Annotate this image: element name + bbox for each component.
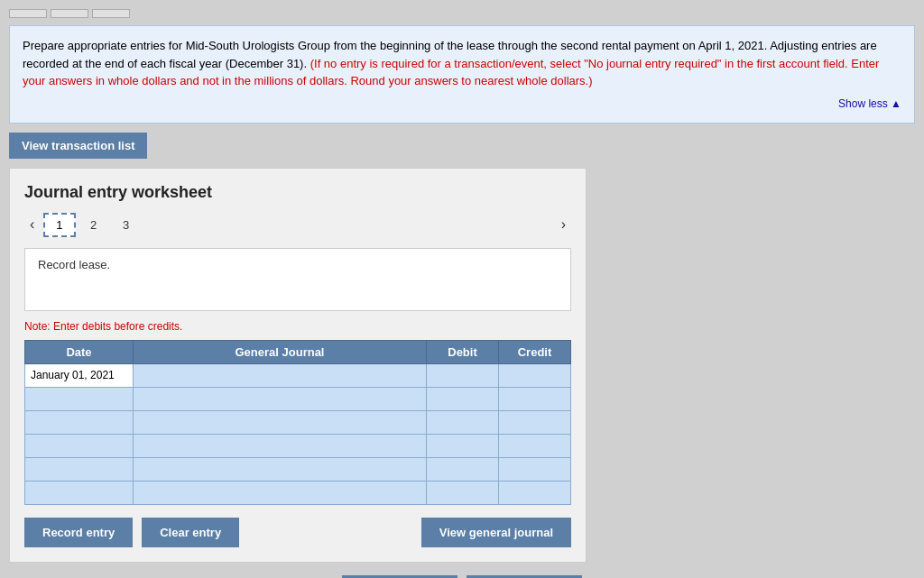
table-row [25, 457, 571, 481]
note-label: Note: Enter debits before credits. [24, 320, 571, 333]
input-credit-5[interactable] [499, 482, 570, 504]
tabs-navigation: ‹ 1 2 3 › [24, 213, 571, 237]
table-row [25, 410, 571, 434]
input-journal-0[interactable] [134, 364, 426, 387]
cell-debit-1 [427, 387, 499, 410]
cell-credit-5 [499, 481, 571, 504]
tab-2[interactable]: 2 [79, 215, 108, 235]
input-debit-2[interactable] [427, 411, 498, 434]
cell-date-3 [25, 434, 134, 457]
view-transaction-button[interactable]: View transaction list [9, 133, 147, 159]
input-debit-5[interactable] [427, 482, 498, 504]
top-tab-1[interactable] [9, 9, 47, 18]
input-date-5[interactable] [25, 482, 133, 504]
cell-date-2 [25, 410, 134, 434]
record-note-text: Record lease. [38, 258, 110, 271]
cell-credit-4 [499, 457, 571, 481]
instructions-box: Prepare appropriate entries for Mid-Sout… [9, 25, 915, 124]
cell-debit-4 [427, 457, 499, 481]
bottom-buttons: Prev Next [9, 575, 915, 579]
cell-credit-3 [499, 434, 571, 457]
prev-button[interactable]: Prev [342, 575, 457, 579]
input-credit-1[interactable] [499, 388, 570, 410]
input-date-4[interactable] [25, 458, 133, 481]
input-journal-5[interactable] [134, 482, 426, 504]
input-date-1[interactable] [25, 388, 133, 410]
action-buttons: Record entry Clear entry View general jo… [24, 518, 571, 547]
header-debit: Debit [427, 340, 499, 363]
top-tab-2[interactable] [51, 9, 88, 18]
prev-tab-arrow[interactable]: ‹ [24, 215, 40, 234]
cell-date-5 [25, 481, 134, 504]
view-general-journal-button[interactable]: View general journal [421, 518, 571, 547]
cell-credit-0 [499, 363, 571, 387]
header-credit: Credit [499, 340, 571, 363]
header-journal: General Journal [134, 340, 427, 363]
cell-journal-1 [134, 387, 427, 410]
input-credit-0[interactable] [499, 364, 570, 387]
cell-debit-5 [427, 481, 499, 504]
record-note-box: Record lease. [24, 248, 571, 311]
table-row [25, 434, 571, 457]
table-row [25, 387, 571, 410]
journal-table: Date General Journal Debit Credit [24, 340, 571, 505]
input-credit-4[interactable] [499, 458, 570, 481]
table-row [25, 481, 571, 504]
input-debit-1[interactable] [427, 388, 498, 410]
cell-journal-4 [134, 457, 427, 481]
input-debit-0[interactable] [427, 364, 498, 387]
cell-journal-0 [134, 363, 427, 387]
cell-journal-2 [134, 410, 427, 434]
input-date-3[interactable] [25, 435, 133, 457]
next-button[interactable]: Next [467, 575, 582, 579]
header-date: Date [25, 340, 134, 363]
input-journal-1[interactable] [134, 388, 426, 410]
input-debit-3[interactable] [427, 435, 498, 457]
input-credit-2[interactable] [499, 411, 570, 434]
next-tab-arrow[interactable]: › [556, 215, 571, 234]
clear-entry-button[interactable]: Clear entry [142, 518, 239, 547]
input-date-2[interactable] [25, 411, 133, 434]
tab-1[interactable]: 1 [43, 213, 75, 237]
cell-debit-0 [427, 363, 499, 387]
cell-journal-5 [134, 481, 427, 504]
table-row [25, 363, 571, 387]
cell-debit-2 [427, 410, 499, 434]
input-journal-4[interactable] [134, 458, 426, 481]
input-journal-2[interactable] [134, 411, 426, 434]
cell-date-0 [25, 363, 134, 387]
show-less-link[interactable]: Show less ▲ [838, 97, 901, 110]
input-credit-3[interactable] [499, 435, 570, 457]
cell-debit-3 [427, 434, 499, 457]
input-journal-3[interactable] [134, 435, 426, 457]
cell-journal-3 [134, 434, 427, 457]
top-tab-3[interactable] [92, 9, 130, 18]
cell-credit-1 [499, 387, 571, 410]
worksheet-container: Journal entry worksheet ‹ 1 2 3 › Record… [9, 168, 587, 563]
cell-date-1 [25, 387, 134, 410]
input-debit-4[interactable] [427, 458, 498, 481]
tab-3[interactable]: 3 [112, 215, 141, 235]
cell-credit-2 [499, 410, 571, 434]
worksheet-title: Journal entry worksheet [24, 183, 571, 202]
cell-date-4 [25, 457, 134, 481]
top-tabs [9, 9, 915, 18]
record-entry-button[interactable]: Record entry [24, 518, 133, 547]
input-date-0[interactable] [25, 364, 133, 387]
